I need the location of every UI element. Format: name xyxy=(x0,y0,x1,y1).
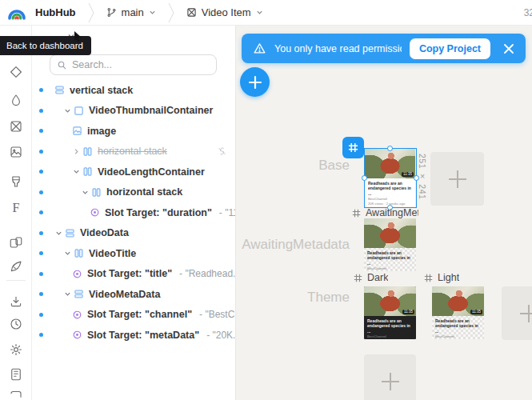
image-icon[interactable] xyxy=(8,144,24,160)
hstack-layer-icon xyxy=(73,248,85,258)
font-icon[interactable]: F xyxy=(8,200,24,216)
rocket-icon[interactable] xyxy=(8,258,24,274)
diamond-icon[interactable] xyxy=(8,64,24,80)
video-card-body: Readheads are an endangered species in .… xyxy=(432,316,484,339)
search-input[interactable] xyxy=(72,59,210,70)
layer-row-videometadata[interactable]: VideoMetaData xyxy=(32,284,235,305)
layer-bullet xyxy=(39,292,43,296)
search-box[interactable] xyxy=(50,54,217,75)
banner-close-button[interactable] xyxy=(502,42,516,56)
video-title: Readheads are an endangered species in .… xyxy=(435,318,481,334)
vstack-layer-icon xyxy=(73,289,85,299)
layer-row-image[interactable]: image xyxy=(32,121,235,142)
variant-card-dark[interactable]: 11:35Readheads are an endangered species… xyxy=(364,286,416,339)
slot-value-preview: - "Readhead... xyxy=(179,268,235,279)
vstack-layer-icon xyxy=(54,85,66,95)
chevron-down-icon[interactable] xyxy=(54,230,64,237)
app-logo-icon[interactable] xyxy=(6,2,27,23)
selection-dimensions: 251 × 241 xyxy=(418,154,427,203)
variant-label-dark[interactable]: Dark xyxy=(354,272,388,283)
slot-layer-icon xyxy=(71,310,83,320)
layer-row-videotitle[interactable]: VideoTitle xyxy=(32,243,235,264)
search-icon xyxy=(57,60,67,70)
tool-sidebar: F xyxy=(0,26,32,400)
video-title: Readheads are an endangered species in .… xyxy=(368,181,412,196)
selection-box[interactable]: 11:35Readheads are an endangered species… xyxy=(364,148,417,208)
layer-row-horizontal-stack[interactable]: horizontal stack xyxy=(32,182,235,203)
chevron-down-icon[interactable] xyxy=(62,250,73,257)
layer-bullet xyxy=(39,129,43,133)
chevron-down-icon[interactable] xyxy=(62,290,73,298)
zoom-level: 32 xyxy=(524,7,532,18)
component-icon[interactable] xyxy=(8,118,24,134)
layer-bullet xyxy=(39,150,43,154)
layer-row-videolengthcontainer[interactable]: VideoLengthContainer xyxy=(32,162,235,182)
slot-layer-icon xyxy=(89,207,101,218)
layer-bullet xyxy=(39,190,43,194)
add-frame-fab[interactable] xyxy=(240,67,270,97)
video-thumbnail-image: 11:35 xyxy=(364,286,416,316)
add-variant-button[interactable] xyxy=(364,354,416,400)
video-title: Readheads are an endangered species in .… xyxy=(367,318,413,334)
branch-icon xyxy=(106,7,117,18)
variant-card-awaitingmetadata[interactable]: Readheads are an endangered species in .… xyxy=(364,218,416,271)
hstack-layer-icon xyxy=(82,146,94,157)
layer-label: VideoThumbnailContainer xyxy=(89,105,213,116)
frame-icon xyxy=(424,274,433,282)
chevron-down-icon xyxy=(149,9,156,16)
canvas[interactable]: You only have read permission to this pr… xyxy=(236,26,532,400)
variant-label-light[interactable]: Light xyxy=(424,272,459,283)
chevron-down-icon[interactable] xyxy=(80,189,90,196)
chevron-down-icon[interactable] xyxy=(62,107,73,114)
layer-bullet xyxy=(39,170,43,174)
layer-row-videodata[interactable]: VideoData xyxy=(32,223,235,244)
slot-layer-icon xyxy=(71,330,83,340)
chat-icon[interactable] xyxy=(8,387,24,400)
selected-frame-badge[interactable] xyxy=(342,137,364,158)
video-card-light: 11:35Readheads are an endangered species… xyxy=(432,286,484,339)
variant-label-awaitingmetadata[interactable]: AwaitingMetaData xyxy=(352,207,419,218)
layer-row-slot-target-title[interactable]: Slot Target: "title"- "Readhead... xyxy=(32,264,235,285)
branch-selector[interactable]: main xyxy=(106,6,156,18)
duration-badge: 11:35 xyxy=(470,310,482,315)
component-selector[interactable]: Video Item xyxy=(186,6,263,18)
toolbar-divider xyxy=(6,280,26,281)
layer-row-vertical-stack[interactable]: vertical stack xyxy=(32,80,235,101)
chevron-down-icon[interactable] xyxy=(71,168,82,175)
layer-row-slot-target-metadata[interactable]: Slot Target: "metaData"- "20K... xyxy=(32,325,235,346)
add-variant-button[interactable] xyxy=(502,286,532,340)
layer-bullet xyxy=(39,231,43,235)
app-name[interactable]: HubHub xyxy=(35,6,76,18)
gear-icon[interactable] xyxy=(8,342,24,358)
property-row-label-base: Base xyxy=(236,158,350,174)
video-card-base: 11:35Readheads are an endangered species… xyxy=(365,149,415,206)
video-thumbnail-image: 11:35 xyxy=(365,149,415,178)
download-icon[interactable] xyxy=(8,294,24,310)
chevron-right-icon[interactable] xyxy=(71,148,82,155)
property-row-label-awaitingmetadata: AwaitingMetadata xyxy=(236,237,350,253)
layer-bullet xyxy=(39,333,43,337)
branch-name: main xyxy=(122,6,144,18)
paint-icon[interactable] xyxy=(8,174,24,190)
layers-panel: vertical stackVideoThumbnailContainerima… xyxy=(32,26,236,400)
copy-project-button[interactable]: Copy Project xyxy=(410,38,490,59)
variant-card-base[interactable]: 11:35Readheads are an endangered species… xyxy=(365,149,415,206)
variant-card-light[interactable]: 11:35Readheads are an endangered species… xyxy=(432,286,484,339)
add-variant-button[interactable] xyxy=(430,152,484,206)
clock-icon[interactable] xyxy=(8,316,24,332)
frame-icon xyxy=(352,209,361,218)
layer-row-slot-target-channel[interactable]: Slot Target: "channel"- "BestC... xyxy=(32,305,235,326)
topbar: HubHub main Video I xyxy=(0,0,532,26)
component-name: Video Item xyxy=(202,6,251,18)
layer-label: VideoLengthContainer xyxy=(98,166,205,178)
devices-icon[interactable] xyxy=(8,234,24,250)
resize-handle-left[interactable] xyxy=(362,175,367,181)
breadcrumb-separator xyxy=(167,2,175,23)
resize-handle-top[interactable] xyxy=(387,146,393,151)
droplet-icon[interactable] xyxy=(8,92,24,108)
layer-row-videothumbnailcontainer[interactable]: VideoThumbnailContainer xyxy=(32,101,235,122)
layer-row-horizontal-stack[interactable]: horizontal stack xyxy=(32,142,235,162)
layer-row-slot-target-duration[interactable]: Slot Target: "duration"- "11:... xyxy=(32,202,235,223)
keyboard-icon[interactable] xyxy=(8,366,24,382)
image-layer-icon xyxy=(71,126,83,136)
